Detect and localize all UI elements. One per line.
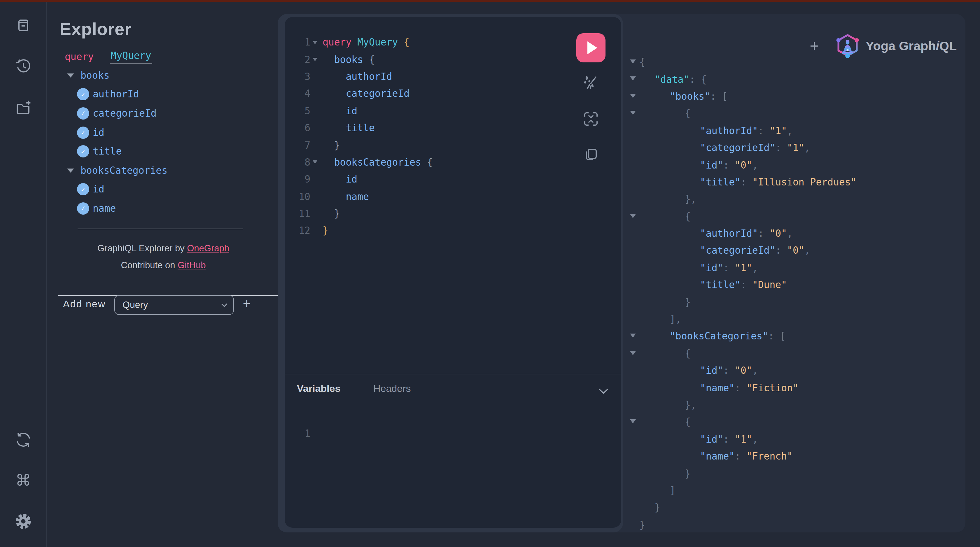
response-line: }: [623, 499, 966, 517]
checkbox-checked-icon[interactable]: ✓: [77, 126, 89, 138]
onegraph-link[interactable]: OneGraph: [187, 243, 229, 253]
field-label: authorId: [93, 89, 139, 100]
response-text: "id": "0",: [700, 159, 758, 170]
token: [323, 191, 346, 202]
token: "1": [787, 142, 804, 153]
settings-icon[interactable]: [14, 513, 32, 530]
token: }: [685, 468, 690, 479]
token: ,: [787, 228, 793, 239]
explorer-node-booksCategories[interactable]: booksCategories: [47, 161, 278, 180]
explorer-footer-line1: GraphiQL Explorer by OneGraph: [52, 243, 274, 254]
token: "0": [735, 159, 752, 170]
merge-fragments-icon[interactable]: [582, 110, 600, 128]
fold-arrow-icon[interactable]: [630, 59, 636, 64]
explorer-divider: [78, 229, 243, 229]
fold-arrow-icon[interactable]: [630, 77, 636, 81]
github-link[interactable]: GitHub: [178, 260, 206, 270]
explorer-field-authorId[interactable]: ✓authorId: [47, 85, 278, 104]
collapse-tools-chevron-icon[interactable]: [598, 386, 608, 396]
token: "0": [769, 228, 787, 239]
fold-arrow-icon[interactable]: [630, 94, 636, 98]
token: "id": [700, 159, 723, 170]
copy-query-icon[interactable]: [582, 146, 600, 163]
token: categorieId: [346, 88, 410, 99]
token: booksCategories: [334, 157, 421, 168]
response-line: }: [623, 294, 966, 311]
response-line: },: [623, 191, 966, 208]
fold-arrow-icon[interactable]: [630, 111, 636, 115]
explorer-footer-line2: Contribute on GitHub: [52, 260, 274, 270]
token: "id": [700, 365, 723, 376]
token: MyQuery: [357, 37, 398, 48]
explorer-field-id[interactable]: ✓id: [47, 180, 278, 199]
checkbox-checked-icon[interactable]: ✓: [77, 107, 89, 119]
response-line: {: [623, 345, 966, 362]
folder-add-icon[interactable]: [14, 99, 32, 117]
fold-arrow-icon[interactable]: [313, 58, 317, 61]
token: {: [369, 54, 375, 65]
fold-arrow-icon[interactable]: [313, 41, 317, 44]
caret-down-icon[interactable]: [67, 169, 74, 173]
token: : [: [710, 91, 728, 102]
history-icon[interactable]: [14, 58, 32, 75]
response-text: "authorId": "1",: [700, 126, 793, 137]
code-text: id: [320, 105, 357, 117]
token: "1": [769, 126, 787, 137]
token: id: [346, 105, 358, 117]
brand-prefix: Yoga Graph: [865, 39, 936, 53]
response-text: "id": "1",: [700, 434, 758, 445]
explorer-field-name[interactable]: ✓name: [47, 199, 278, 218]
add-new-operation-select[interactable]: Query: [115, 295, 234, 315]
field-label: id: [93, 127, 104, 138]
docs-icon[interactable]: [14, 16, 32, 34]
add-tab-button[interactable]: +: [806, 37, 823, 56]
yoga-logo-icon: [835, 33, 860, 60]
variables-editor[interactable]: 1: [285, 425, 621, 442]
execute-query-button[interactable]: [576, 33, 606, 62]
response-line: }: [623, 465, 966, 482]
add-operation-button[interactable]: +: [239, 296, 255, 312]
keyboard-shortcuts-icon[interactable]: ⌘: [14, 472, 32, 489]
brand-italic-i: i: [936, 39, 939, 53]
token: }: [323, 226, 328, 237]
caret-down-icon[interactable]: [67, 73, 74, 78]
explorer-field-id[interactable]: ✓id: [47, 123, 278, 142]
line-number: 7: [285, 140, 310, 151]
token: {: [427, 157, 433, 168]
explorer-title: Explorer: [59, 19, 132, 39]
token: }: [685, 297, 690, 308]
tab-headers[interactable]: Headers: [373, 383, 411, 395]
editor-line: 6 title: [285, 119, 621, 137]
checkbox-checked-icon[interactable]: ✓: [77, 88, 89, 100]
response-line: "id": "1",: [623, 259, 966, 277]
token: ,: [752, 365, 758, 376]
prettify-icon[interactable]: [582, 73, 600, 91]
fold-arrow-icon[interactable]: [630, 334, 636, 338]
query-editor-lines: 1query MyQuery {2 books {3 authorId4 cat…: [285, 34, 621, 239]
checkbox-checked-icon[interactable]: ✓: [77, 145, 89, 157]
response-line: "books": [: [623, 88, 966, 105]
response-line: "id": "0",: [623, 157, 966, 174]
fold-arrow-icon[interactable]: [313, 161, 317, 164]
token: "id": [700, 434, 723, 445]
explorer-node-books[interactable]: books: [47, 66, 278, 85]
refetch-icon[interactable]: [14, 431, 32, 448]
token: : {: [689, 74, 707, 85]
fold-arrow-icon[interactable]: [630, 214, 636, 218]
editor-line: 5 id: [285, 102, 621, 119]
checkbox-checked-icon[interactable]: ✓: [77, 202, 89, 215]
token: }: [640, 519, 645, 530]
explorer-field-title[interactable]: ✓title: [47, 142, 278, 161]
checkbox-checked-icon[interactable]: ✓: [77, 183, 89, 196]
response-line: "booksCategories": [: [623, 328, 966, 345]
selected-operation-type: Query: [123, 300, 221, 310]
operation-name-input[interactable]: MyQuery: [110, 50, 152, 63]
query-editor[interactable]: 1query MyQuery {2 books {3 authorId4 cat…: [285, 17, 621, 528]
token: [323, 208, 334, 219]
token: [323, 140, 334, 151]
field-label: name: [93, 203, 116, 214]
fold-arrow-icon[interactable]: [630, 419, 636, 423]
tab-variables[interactable]: Variables: [297, 383, 340, 395]
explorer-field-categorieId[interactable]: ✓categorieId: [47, 104, 278, 123]
fold-arrow-icon[interactable]: [630, 351, 636, 355]
